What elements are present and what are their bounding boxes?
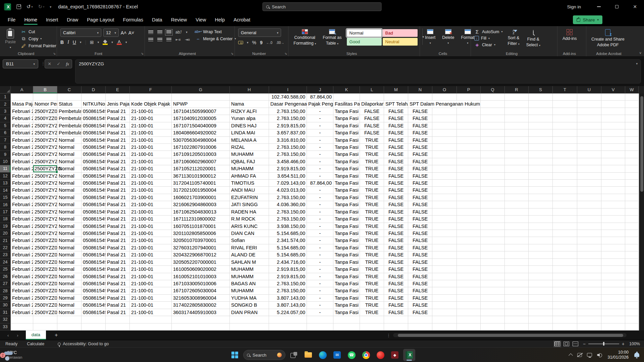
cell-A9[interactable]: Februari 2( — [11, 151, 33, 158]
cell-J6[interactable]: - — [307, 129, 333, 136]
cell-D24[interactable]: 050861549 — [82, 259, 106, 266]
cell-G31[interactable]: 3603174405910003 — [172, 309, 230, 316]
cell-A3[interactable]: Februari 2( — [11, 108, 33, 115]
cell-S16[interactable] — [529, 201, 553, 208]
cell-E19[interactable]: Pasal 21 — [106, 223, 130, 230]
cell-F32[interactable] — [130, 316, 172, 323]
cell-D23[interactable]: 050861549 — [82, 251, 106, 258]
cell-J25[interactable]: - — [307, 266, 333, 273]
cancel-entry-icon[interactable]: ✕ — [48, 61, 51, 66]
cell-T25[interactable] — [553, 266, 577, 273]
cell-U12[interactable] — [577, 173, 601, 180]
cell-F25[interactable]: 21-100-01 — [130, 266, 172, 273]
align-top-icon[interactable] — [148, 31, 153, 34]
cell-I25[interactable]: 2.919.815,00 — [269, 266, 307, 273]
cell-K11[interactable]: Tanpa Fasi — [333, 165, 360, 172]
cell-U31[interactable] — [577, 309, 601, 316]
cell-G5[interactable]: 1671071504040009 — [172, 122, 230, 129]
tab-scroll-splitter[interactable]: ⋮ — [386, 333, 391, 338]
cell-G27[interactable]: 1671033005010006 — [172, 280, 230, 287]
cell-Q2[interactable] — [481, 101, 505, 108]
cell-Q23[interactable] — [481, 251, 505, 258]
cell-K6[interactable]: Tanpa Fasi — [333, 129, 360, 136]
cell-N11[interactable]: FALSE — [408, 165, 432, 172]
cell-A33[interactable] — [11, 323, 33, 330]
cell-P23[interactable] — [457, 251, 481, 258]
horizontal-scroll-thumb[interactable] — [398, 334, 623, 337]
cell-P19[interactable] — [457, 223, 481, 230]
cell-H31[interactable]: DIAN PRAN — [230, 309, 269, 316]
cell-W32[interactable] — [625, 316, 639, 323]
cell-Q13[interactable] — [481, 180, 505, 187]
cell-K18[interactable]: Tanpa Fasi — [333, 216, 360, 223]
cell-Q1[interactable] — [481, 94, 505, 101]
cell-I22[interactable]: 5.154.685,00 — [269, 244, 307, 251]
cell-D30[interactable]: 050861549 — [82, 302, 106, 309]
cell-S4[interactable] — [529, 115, 553, 122]
row-header-11[interactable]: 11 — [0, 165, 11, 172]
cell-V27[interactable] — [601, 280, 625, 287]
cell-I28[interactable]: 2.763.150,00 — [269, 287, 307, 294]
cell-R11[interactable] — [505, 165, 529, 172]
cell-A12[interactable]: Februari 2( — [11, 173, 33, 180]
cell-U3[interactable] — [577, 108, 601, 115]
cell-H23[interactable]: ALAND DE — [230, 251, 269, 258]
cell-I27[interactable]: 2.763.150,00 — [269, 280, 307, 287]
cell-M15[interactable]: FALSE — [384, 194, 408, 201]
cell-O3[interactable] — [432, 108, 457, 115]
cell-W5[interactable] — [625, 122, 639, 129]
cell-H14[interactable]: ANDI MAU — [230, 187, 269, 194]
cell-J29[interactable]: - — [307, 295, 333, 302]
cell-W24[interactable] — [625, 259, 639, 266]
cell-C29[interactable]: Normal — [57, 295, 82, 302]
cell-P5[interactable] — [457, 122, 481, 129]
cell-J9[interactable]: - — [307, 151, 333, 158]
cell-H25[interactable]: MUHAMM — [230, 266, 269, 273]
cell-C7[interactable]: Normal — [57, 137, 82, 144]
cell-K26[interactable]: Tanpa Fasi — [333, 273, 360, 280]
cell-U30[interactable] — [577, 302, 601, 309]
cell-F14[interactable]: 21-100-01 — [130, 187, 172, 194]
cell-G19[interactable]: 1607051101870001 — [172, 223, 230, 230]
cell-J33[interactable] — [307, 323, 333, 330]
cell-C33[interactable] — [57, 323, 82, 330]
cell-I32[interactable] — [269, 316, 307, 323]
cell-S25[interactable] — [529, 266, 553, 273]
cell-J27[interactable]: - — [307, 280, 333, 287]
cell-B6[interactable]: 2500YZYZF — [33, 129, 57, 136]
cell-I6[interactable]: 3.657.837,00 — [269, 129, 307, 136]
cell-B20[interactable]: 2500YZYZZ — [33, 230, 57, 237]
status-accessibility[interactable]: Accessibility: Good to go — [58, 342, 109, 346]
cell-D14[interactable]: 050861549 — [82, 187, 106, 194]
cell-W12[interactable] — [625, 173, 639, 180]
cell-E12[interactable]: Pasal 21 — [106, 173, 130, 180]
cell-F21[interactable]: 21-100-01 — [130, 237, 172, 244]
cell-L23[interactable]: TRUE — [360, 251, 384, 258]
cell-F18[interactable]: 21-100-01 — [130, 216, 172, 223]
cell-L5[interactable]: FALSE — [360, 122, 384, 129]
cell-G21[interactable]: 3205010703970001 — [172, 237, 230, 244]
cell-L16[interactable]: TRUE — [360, 201, 384, 208]
cell-T23[interactable] — [553, 251, 577, 258]
cell-N27[interactable]: FALSE — [408, 280, 432, 287]
cell-M18[interactable]: FALSE — [384, 216, 408, 223]
cell-F19[interactable]: 21-100-01 — [130, 223, 172, 230]
cell-S12[interactable] — [529, 173, 553, 180]
notification-bell-icon[interactable] — [634, 353, 639, 357]
cell-I8[interactable]: 2.763.150,00 — [269, 144, 307, 151]
cell-G28[interactable]: 1671072605030004 — [172, 287, 230, 294]
cell-L9[interactable]: TRUE — [360, 151, 384, 158]
cell-T21[interactable] — [553, 237, 577, 244]
cell-H11[interactable]: MUHAMM — [230, 165, 269, 172]
cell-T28[interactable] — [553, 287, 577, 294]
font-dialog-launcher[interactable]: ⇘ — [141, 52, 144, 55]
cell-K21[interactable]: Tanpa Fasi — [333, 237, 360, 244]
cell-T17[interactable] — [553, 208, 577, 216]
cell-T8[interactable] — [553, 144, 577, 151]
cell-B14[interactable]: 2500YZYZF — [33, 187, 57, 194]
cell-L12[interactable]: TRUE — [360, 173, 384, 180]
cell-T1[interactable] — [553, 94, 577, 101]
column-header-U[interactable]: U — [577, 86, 601, 94]
cell-M27[interactable]: FALSE — [384, 280, 408, 287]
cell-L21[interactable]: TRUE — [360, 237, 384, 244]
